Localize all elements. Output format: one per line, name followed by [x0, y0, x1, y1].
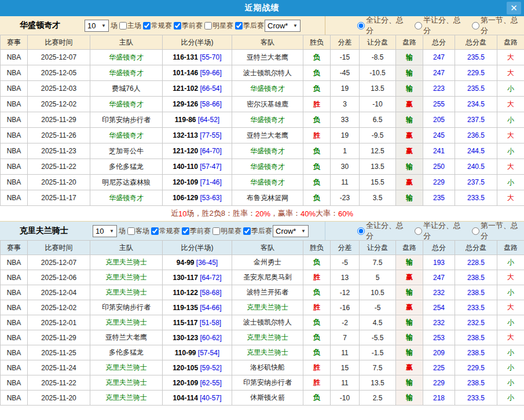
cell-away-team: 金州勇士	[232, 255, 303, 270]
stat-mode-radio-group: 全让分、总分半让分、总分第一节、总分	[325, 16, 524, 35]
games-count-suffix: 场	[111, 21, 118, 31]
cell-total-line: 229.5	[455, 360, 497, 375]
half-score: [54-66]	[200, 304, 221, 312]
cell-total-points: 247	[423, 270, 455, 285]
cell-home-team: 印第安纳步行者	[90, 300, 163, 315]
cell-score: 104-114 [40-57]	[163, 390, 232, 406]
stat-mode-radio[interactable]	[472, 22, 479, 30]
column-header: 比赛时间	[28, 35, 90, 50]
cell-date: 2025-12-05	[28, 65, 90, 81]
cell-total-line: 240.5	[455, 159, 497, 175]
column-header: 胜负	[303, 241, 331, 255]
cell-date: 2025-12-01	[28, 315, 90, 330]
bookmaker-select[interactable]: Crow* ▼	[273, 225, 309, 237]
filter-checkbox[interactable]	[212, 227, 220, 235]
column-header: 盘路	[396, 241, 423, 255]
full-score: 129-126	[173, 100, 198, 108]
games-count-select[interactable]: 10 ▼	[93, 225, 117, 237]
cell-handicap-line: -1.5	[360, 345, 396, 360]
filter-checkbox[interactable]	[143, 22, 151, 30]
cell-total-line: 236.5	[455, 128, 497, 143]
cell-point-diff: 19	[331, 81, 360, 97]
cell-handicap-result: 输	[396, 190, 423, 206]
half-score: [58-66]	[200, 100, 222, 108]
half-score: [51-58]	[200, 319, 221, 327]
cell-result: 负	[303, 390, 331, 406]
cell-home-team: 华盛顿奇才	[90, 97, 163, 112]
cell-total-points: 223	[423, 81, 455, 97]
cell-handicap-result: 输	[396, 112, 423, 128]
column-header: 分差	[331, 241, 360, 255]
cell-over-under: 大	[497, 159, 524, 175]
cell-home-team: 芝加哥公牛	[90, 143, 163, 159]
cell-total-points: 232	[423, 315, 455, 330]
cell-league: NBA	[1, 285, 28, 300]
team-name: 华盛顿奇才	[20, 20, 60, 31]
cell-league: NBA	[1, 159, 28, 175]
summary-text: 大率：	[316, 208, 338, 219]
filter-checkbox[interactable]	[182, 227, 189, 235]
cell-handicap-line: 7.5	[360, 255, 396, 270]
filter-checkbox[interactable]	[151, 227, 159, 235]
filter-checkbox[interactable]	[119, 22, 127, 30]
cell-league: NBA	[1, 330, 28, 345]
filter-checkboxes: 主场常规赛季前赛明星赛季后赛	[118, 21, 264, 31]
cell-handicap-result: 输	[396, 285, 423, 300]
stat-mode-radio-label: 第一节、总分	[481, 15, 524, 36]
cell-total-points: 254	[423, 300, 455, 315]
cell-point-diff: 1	[331, 143, 360, 159]
cell-result: 负	[303, 159, 331, 175]
cell-point-diff: 11	[331, 345, 360, 360]
cell-date: 2025-11-23	[28, 143, 90, 159]
cell-handicap-result: 赢	[396, 270, 423, 285]
stat-mode-radio-group: 全让分、总分半让分、总分第一节、总分	[325, 222, 524, 240]
cell-handicap-result: 输	[396, 65, 423, 81]
cell-handicap-line: -10.5	[360, 65, 396, 81]
full-score: 130-117	[173, 274, 197, 282]
cell-handicap-line: -8.5	[360, 50, 396, 65]
cell-away-team: 华盛顿奇才	[232, 175, 303, 190]
full-score: 119-86	[175, 116, 196, 124]
filter-checkbox[interactable]	[174, 22, 181, 30]
half-score: [59-66]	[200, 69, 222, 77]
cell-result: 负	[303, 315, 331, 330]
stat-mode-radio[interactable]	[415, 22, 422, 30]
stat-mode-radio[interactable]	[357, 22, 365, 30]
cell-score: 120-109 [62-55]	[163, 375, 232, 390]
cell-total-line: 234.5	[455, 97, 497, 112]
cell-league: NBA	[1, 143, 28, 159]
full-score: 120-105	[173, 364, 198, 372]
cell-over-under: 大	[497, 300, 524, 315]
filter-checkbox[interactable]	[127, 227, 135, 235]
cell-handicap-line: 7.5	[360, 360, 396, 375]
games-count-select[interactable]: 10 ▼	[85, 20, 109, 32]
cell-handicap-line: 13.5	[360, 159, 396, 175]
bookmaker-select[interactable]: Crow* ▼	[265, 20, 301, 32]
cell-date: 2025-11-20	[28, 390, 90, 406]
cell-league: NBA	[1, 315, 28, 330]
filter-checkbox-label: 主场	[127, 21, 141, 31]
filter-checkbox[interactable]	[235, 22, 243, 30]
stat-mode-radio[interactable]	[472, 227, 479, 235]
cell-date: 2025-12-07	[28, 255, 90, 270]
half-score: [40-57]	[200, 394, 221, 402]
game-row: NBA2025-11-26华盛顿奇才132-113 [77-55]亚特兰大老鹰胜…	[1, 128, 524, 143]
cell-over-under: 大	[497, 50, 524, 65]
filter-checkbox-label: 常规赛	[151, 21, 172, 31]
stat-mode-radio[interactable]	[415, 227, 422, 235]
panel-title: 近期战绩	[245, 3, 280, 13]
half-score: [64-52]	[198, 116, 219, 124]
filter-checkbox[interactable]	[204, 22, 212, 30]
cell-score: 119-135 [54-66]	[163, 300, 232, 315]
cell-total-points: 255	[423, 97, 455, 112]
cell-result: 负	[303, 112, 331, 128]
close-icon[interactable]: ✕	[507, 2, 521, 14]
filter-checkbox[interactable]	[243, 227, 251, 235]
stat-mode-radio[interactable]	[357, 227, 365, 235]
column-header: 总分	[423, 241, 455, 255]
cell-score: 110-122 [58-68]	[163, 285, 232, 300]
game-row: NBA2025-12-02印第安纳步行者119-135 [54-66]克里夫兰骑…	[1, 300, 524, 315]
filter-left: 克里夫兰骑士 10 ▼ 场 客场常规赛季前赛明星赛季后赛 Crow* ▼	[0, 222, 325, 240]
cell-handicap-result: 输	[396, 315, 423, 330]
cell-handicap-result: 输	[396, 50, 423, 65]
